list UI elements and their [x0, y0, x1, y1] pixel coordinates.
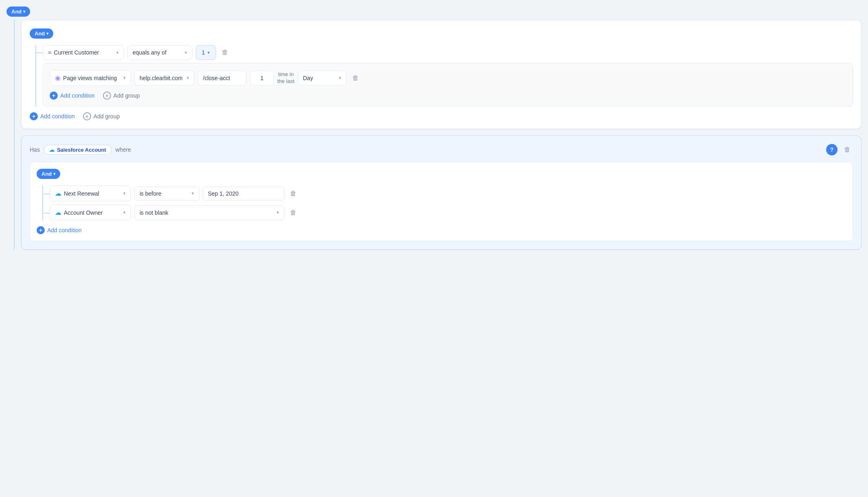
current-customer-operator[interactable]: equals any of ▾: [127, 45, 192, 60]
group1-add-condition-btn[interactable]: + Add condition: [30, 112, 75, 120]
current-customer-chevron: ▾: [116, 50, 119, 55]
inner-add-condition-plus: +: [50, 92, 58, 100]
account-owner-field[interactable]: ☁ Account Owner ▾: [50, 205, 131, 220]
next-renewal-condition: ☁ Next Renewal ▾ is before ▾ 🗑: [50, 185, 299, 201]
page-views-label: Page views matching: [63, 75, 117, 81]
next-renewal-field[interactable]: ☁ Next Renewal ▾: [50, 185, 131, 201]
time-in-last-label: time inthe last: [277, 71, 294, 85]
group1-header: And ▾: [30, 28, 853, 39]
root-connector-line: [7, 20, 21, 250]
period-select[interactable]: Day ▾: [298, 71, 347, 85]
root-and-label: And: [11, 9, 22, 15]
current-customer-operator-label: equals any of: [133, 49, 166, 56]
count-input[interactable]: [250, 71, 274, 85]
group1-and-chevron: ▾: [46, 31, 48, 36]
inner-add-group-plus: +: [103, 92, 111, 100]
operator-chevron: ▾: [185, 50, 187, 55]
sf-badge[interactable]: ☁ Salesforce Account: [44, 145, 111, 155]
next-renewal-operator-chevron: ▾: [192, 191, 194, 196]
group1-add-group-label: Add group: [94, 113, 120, 120]
eye-icon: ◉: [55, 74, 61, 82]
filter-icon: ≡: [48, 49, 51, 56]
sf-and-label: And: [41, 171, 52, 177]
current-customer-label: Current Customer: [54, 49, 99, 56]
sf-inner-connector: ☁ Next Renewal ▾ is before ▾ 🗑: [37, 185, 846, 220]
page-views-chevron: ▾: [123, 75, 126, 81]
page-views-card: ◉ Page views matching ▾ help.clearbit.co…: [43, 63, 853, 107]
next-renewal-chevron: ▾: [123, 191, 126, 196]
account-owner-operator[interactable]: is not blank ▾: [134, 205, 284, 220]
help-button[interactable]: ?: [826, 144, 837, 155]
group1-inner-connector: ≡ Current Customer ▾ equals any of ▾ 1 ▾: [30, 45, 853, 107]
account-owner-label: Account Owner: [64, 209, 103, 216]
group1-conditions: ≡ Current Customer ▾ equals any of ▾ 1 ▾: [43, 45, 853, 107]
account-owner-sf-icon: ☁: [55, 209, 61, 216]
current-customer-value-label: 1: [202, 49, 205, 56]
inner-add-group-btn[interactable]: + Add group: [103, 92, 140, 100]
inner-card-actions: + Add condition + Add group: [50, 92, 846, 100]
account-owner-chevron: ▾: [123, 210, 126, 215]
period-label: Day: [303, 75, 313, 81]
group1-add-group-btn[interactable]: + Add group: [83, 112, 120, 120]
period-chevron: ▾: [339, 75, 341, 81]
condition-current-customer: ≡ Current Customer ▾ equals any of ▾ 1 ▾: [43, 45, 853, 60]
account-owner-operator-chevron: ▾: [277, 210, 279, 215]
sf-inner-card: And ▾ ☁ Next Renewal: [30, 162, 853, 241]
sf-left-line: [37, 185, 50, 220]
current-customer-field[interactable]: ≡ Current Customer ▾: [43, 45, 124, 60]
group1-and-badge[interactable]: And ▾: [30, 28, 53, 39]
next-renewal-label: Next Renewal: [64, 190, 99, 197]
root-and-chevron: ▾: [23, 9, 25, 14]
sf-actions: + Add condition: [37, 226, 846, 234]
account-owner-delete[interactable]: 🗑: [288, 207, 299, 218]
path-input[interactable]: [198, 71, 246, 85]
next-renewal-sf-icon: ☁: [55, 190, 61, 197]
sf-and-badge[interactable]: And ▾: [37, 169, 60, 179]
current-customer-delete[interactable]: 🗑: [219, 47, 231, 58]
group2-card: Has ☁ Salesforce Account where ? 🗑: [21, 135, 861, 250]
help-label: ?: [830, 146, 834, 153]
sf-add-condition-label: Add condition: [47, 227, 82, 233]
root-and-badge[interactable]: And ▾: [7, 7, 30, 17]
next-renewal-value[interactable]: [203, 186, 284, 201]
next-renewal-operator[interactable]: is before ▾: [134, 186, 199, 201]
root-container: And ▾ And ▾: [7, 7, 861, 250]
sf-badge-label: Salesforce Account: [57, 147, 106, 153]
domain-label: help.clearbit.com: [140, 75, 183, 81]
page-views-delete[interactable]: 🗑: [350, 73, 361, 83]
inner-add-condition-label: Add condition: [60, 92, 95, 99]
sf-add-condition-plus: +: [37, 226, 45, 234]
group1-add-condition-label: Add condition: [40, 113, 75, 120]
next-renewal-delete[interactable]: 🗑: [288, 188, 299, 199]
groups-wrapper: And ▾ ≡ Current Customer ▾: [7, 20, 861, 250]
inner-add-condition-btn[interactable]: + Add condition: [50, 92, 95, 100]
time-in-last: time inthe last: [277, 71, 294, 85]
group2-header: Has ☁ Salesforce Account where ? 🗑: [30, 144, 853, 155]
sf-and-chevron: ▾: [53, 172, 55, 176]
group1-add-group-plus: +: [83, 112, 91, 120]
domain-chevron: ▾: [187, 75, 189, 81]
group1-and-label: And: [35, 31, 45, 37]
group1-add-condition-plus: +: [30, 112, 38, 120]
group2-header-actions: ? 🗑: [826, 144, 853, 155]
group2-delete[interactable]: 🗑: [842, 144, 853, 155]
group1-actions: + Add condition + Add group: [30, 112, 853, 120]
group1-left-line: [30, 45, 43, 107]
sf-and-header: And ▾: [37, 169, 846, 179]
sf-cloud-icon: ☁: [49, 147, 55, 153]
page-views-field[interactable]: ◉ Page views matching ▾: [50, 70, 131, 86]
value-chevron: ▾: [207, 50, 210, 55]
groups-container: And ▾ ≡ Current Customer ▾: [21, 20, 861, 250]
where-label: where: [116, 146, 131, 153]
sf-conditions-list: ☁ Next Renewal ▾ is before ▾ 🗑: [50, 185, 299, 220]
page-views-row: ◉ Page views matching ▾ help.clearbit.co…: [50, 70, 846, 86]
next-renewal-operator-label: is before: [140, 190, 161, 197]
account-owner-condition: ☁ Account Owner ▾ is not blank ▾ 🗑: [50, 205, 299, 220]
inner-add-group-label: Add group: [113, 92, 140, 99]
account-owner-operator-label: is not blank: [140, 209, 168, 216]
group1-card: And ▾ ≡ Current Customer ▾: [21, 20, 861, 129]
sf-add-condition-btn[interactable]: + Add condition: [37, 226, 82, 234]
has-label: Has: [30, 146, 40, 153]
domain-select[interactable]: help.clearbit.com ▾: [134, 71, 194, 85]
current-customer-value[interactable]: 1 ▾: [196, 45, 216, 60]
